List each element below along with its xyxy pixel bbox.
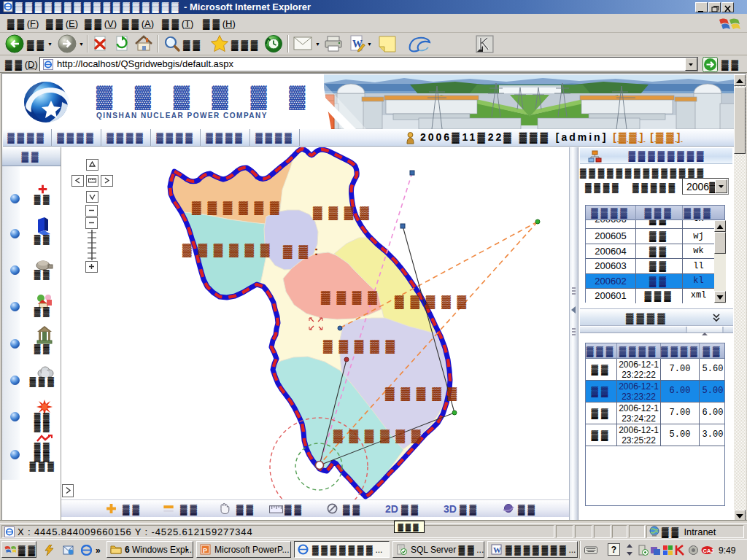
svg-text:▓▓▓▓▓: ▓▓▓▓▓ bbox=[385, 386, 463, 401]
svg-text:▓▓▓▓▓▓: ▓▓▓▓▓▓ bbox=[192, 201, 285, 215]
svg-text:W: W bbox=[493, 545, 501, 554]
svg-text:P: P bbox=[203, 547, 207, 554]
svg-text:▓▓▓▓▓▓: ▓▓▓▓▓▓ bbox=[333, 429, 427, 443]
svg-text:▓▓▓▓▓▓: ▓▓▓▓▓▓ bbox=[182, 243, 276, 257]
svg-text:▓▓:: ▓▓: bbox=[283, 244, 325, 259]
svg-text:▓▓▓▓▓: ▓▓▓▓▓ bbox=[395, 295, 473, 309]
svg-text:CAJ: CAJ bbox=[703, 548, 714, 554]
svg-text:▓▓▓▓: ▓▓▓▓ bbox=[313, 206, 376, 220]
svg-text:▓▓▓▓▓: ▓▓▓▓▓ bbox=[323, 339, 401, 354]
svg-text:▓▓▓▓: ▓▓▓▓ bbox=[321, 290, 384, 305]
